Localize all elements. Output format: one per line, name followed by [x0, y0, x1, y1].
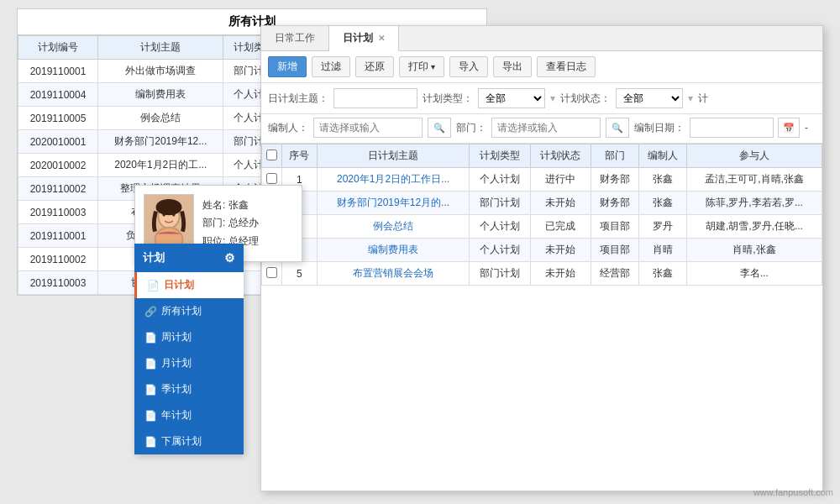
- toolbar: 新增 过滤 还原 打印 导入 导出 查看日志: [261, 51, 822, 83]
- type-select[interactable]: 全部 个人计划 部门计划: [478, 88, 545, 108]
- table-row[interactable]: 5布置营销展会会场部门计划未开始经营部张鑫李名...: [262, 262, 822, 286]
- bg-col-header: 计划主题: [98, 36, 223, 60]
- row-checkbox[interactable]: [266, 173, 277, 184]
- bg-table-cell: 2019110003: [18, 201, 98, 224]
- row-participants: 陈菲,罗丹,李若若,罗...: [686, 192, 822, 215]
- sidebar-item-label: 年计划: [161, 408, 192, 423]
- theme-input[interactable]: [333, 88, 417, 108]
- person-info: 姓名: 张鑫 部门: 总经办 职位: 总经理: [202, 197, 259, 251]
- row-status: 未开始: [530, 262, 591, 286]
- import-button[interactable]: 导入: [449, 56, 488, 77]
- sidebar-item-label: 季计划: [161, 382, 192, 396]
- row-theme[interactable]: 财务部门2019年12月的...: [317, 192, 469, 215]
- row-type: 个人计划: [470, 215, 530, 239]
- row-theme[interactable]: 2020年1月2日的工作日...: [317, 168, 469, 192]
- main-panel: 日常工作日计划✕ 新增 过滤 还原 打印 导入 导出 查看日志 日计划主题： 计…: [260, 25, 823, 491]
- select-all-checkbox[interactable]: [266, 150, 277, 160]
- data-col-header: 日计划主题: [317, 144, 469, 168]
- table-row[interactable]: 3例会总结个人计划已完成项目部罗丹胡建,胡雪,罗丹,任晓...: [262, 215, 822, 239]
- row-dept: 项目部: [591, 239, 638, 262]
- bg-table-cell: 2019110002: [18, 177, 98, 201]
- row-participants: 肖晴,张鑫: [686, 239, 822, 262]
- sidebar-item[interactable]: 📄下属计划: [134, 428, 244, 454]
- bg-table-cell: 2020年1月2日的工...: [98, 154, 223, 177]
- bg-col-header: 计划编号: [18, 36, 98, 60]
- status-dropdown-icon: ▾: [688, 92, 693, 104]
- sidebar-item-icon: 📄: [144, 410, 156, 422]
- sidebar-item[interactable]: 📄日计划: [134, 272, 244, 298]
- sidebar-item-icon: 📄: [144, 436, 156, 448]
- tab-item[interactable]: 日常工作: [261, 26, 329, 50]
- filter-button[interactable]: 过滤: [312, 56, 350, 77]
- data-col-header: 参与人: [686, 144, 822, 168]
- date-start-input[interactable]: [690, 118, 774, 138]
- author-search-icon[interactable]: 🔍: [428, 118, 451, 138]
- dept-input[interactable]: [491, 118, 601, 138]
- dept-label: 部门：: [456, 121, 486, 135]
- row-checkbox[interactable]: [266, 267, 277, 278]
- author-label: 编制人：: [268, 121, 308, 135]
- export-button[interactable]: 导出: [493, 56, 532, 77]
- dept-label: 部门:: [202, 217, 225, 228]
- row-theme[interactable]: 编制费用表: [317, 239, 469, 262]
- row-participants: 孟洁,王可可,肖晴,张鑫: [686, 168, 822, 192]
- sidebar-header: 计划 ⚙: [134, 244, 244, 272]
- sidebar-title: 计划: [143, 250, 165, 265]
- row-author: 罗丹: [638, 215, 686, 239]
- row-dept: 财务部: [591, 192, 638, 215]
- person-dept-row: 部门: 总经办: [202, 214, 259, 233]
- row-dept: 财务部: [591, 168, 638, 192]
- bg-table-cell: 外出做市场调查: [98, 60, 223, 83]
- person-name: 张鑫: [228, 199, 249, 211]
- watermark: www.fanpusoft.com: [753, 487, 833, 497]
- table-row[interactable]: 12020年1月2日的工作日...个人计划进行中财务部张鑫孟洁,王可可,肖晴,张…: [262, 168, 822, 192]
- sidebar-item-icon: 📄: [144, 332, 156, 344]
- tab-close-icon[interactable]: ✕: [378, 34, 385, 43]
- bg-table-cell: 例会总结: [98, 107, 223, 130]
- bg-table-cell: 财务部门2019年12...: [98, 130, 223, 154]
- row-type: 个人计划: [470, 168, 530, 192]
- print-button[interactable]: 打印: [399, 56, 444, 77]
- dept-search-icon[interactable]: 🔍: [606, 118, 629, 138]
- data-col-header: 序号: [282, 144, 318, 168]
- bg-table-cell: 2020010002: [18, 154, 98, 177]
- row-author: 张鑫: [638, 192, 686, 215]
- sidebar-item-label: 下属计划: [161, 434, 202, 449]
- sidebar-item-label: 周计划: [161, 330, 192, 344]
- filter-row-2: 编制人： 🔍 部门： 🔍 编制日期： 📅 -: [261, 114, 822, 144]
- bg-table-cell: 2019110001: [18, 60, 98, 83]
- sidebar-item[interactable]: 📄季计划: [134, 376, 244, 402]
- log-button[interactable]: 查看日志: [537, 56, 596, 77]
- date-calendar-icon[interactable]: 📅: [778, 118, 800, 138]
- row-dept: 经营部: [591, 262, 638, 286]
- status-select[interactable]: 全部 未开始 进行中 已完成: [616, 88, 683, 108]
- row-status: 已完成: [530, 215, 591, 239]
- row-type: 部门计划: [470, 262, 530, 286]
- theme-label: 日计划主题：: [268, 92, 328, 106]
- tab-item[interactable]: 日计划✕: [329, 26, 399, 51]
- sidebar-item-icon: 📄: [144, 384, 156, 396]
- sidebar-item[interactable]: 📄年计划: [134, 402, 244, 428]
- gear-icon[interactable]: ⚙: [224, 251, 235, 265]
- tab-bar: 日常工作日计划✕: [261, 26, 822, 51]
- bg-table-cell: 2020010001: [18, 130, 98, 154]
- row-author: 肖晴: [638, 239, 686, 262]
- new-button[interactable]: 新增: [268, 56, 307, 77]
- row-theme[interactable]: 布置营销展会会场: [317, 262, 469, 286]
- row-author: 张鑫: [638, 168, 686, 192]
- row-theme[interactable]: 例会总结: [317, 215, 469, 239]
- restore-button[interactable]: 还原: [355, 56, 394, 77]
- table-row[interactable]: 2财务部门2019年12月的...部门计划未开始财务部张鑫陈菲,罗丹,李若若,罗…: [262, 192, 822, 215]
- sidebar-item[interactable]: 📄周计划: [134, 324, 244, 350]
- data-table: 序号日计划主题计划类型计划状态部门编制人参与人 12020年1月2日的工作日..…: [261, 144, 822, 286]
- date-label: 编制日期：: [634, 121, 685, 135]
- row-seq: 5: [282, 262, 318, 286]
- sidebar-item-icon: 📄: [147, 280, 159, 291]
- table-row[interactable]: 4编制费用表个人计划未开始项目部肖晴肖晴,张鑫: [262, 239, 822, 262]
- row-status: 进行中: [530, 168, 591, 192]
- svg-point-7: [156, 199, 182, 215]
- sidebar-item[interactable]: 🔗所有计划: [134, 298, 244, 324]
- sidebar-item[interactable]: 📄月计划: [134, 350, 244, 376]
- bg-table-cell: 2019110003: [18, 271, 98, 295]
- author-input[interactable]: [313, 118, 423, 138]
